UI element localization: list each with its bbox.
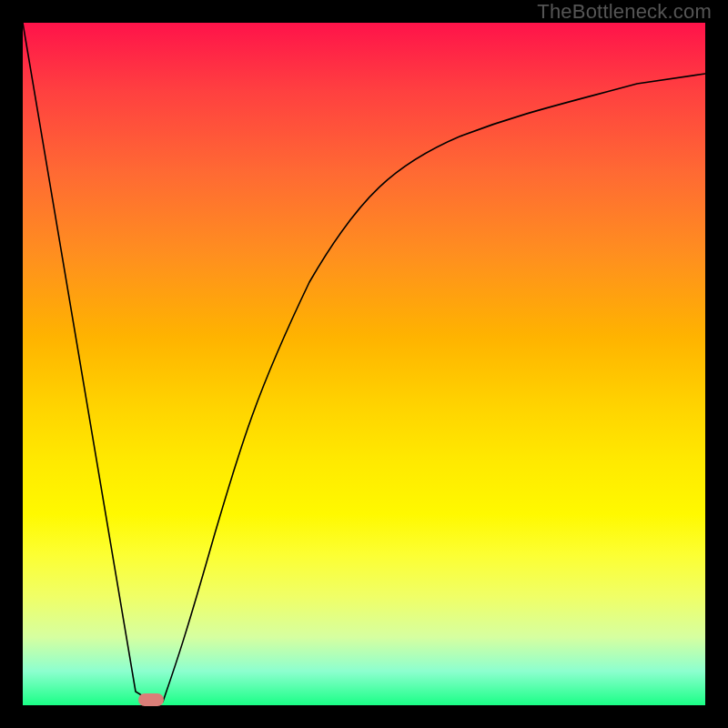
watermark-text: TheBottleneck.com bbox=[537, 0, 712, 24]
chart-frame: TheBottleneck.com bbox=[0, 0, 728, 728]
bottleneck-curve bbox=[23, 23, 705, 705]
bottleneck-curve-segment-right bbox=[163, 74, 705, 702]
bottleneck-curve-segment-left bbox=[23, 23, 152, 702]
bottleneck-marker bbox=[138, 693, 164, 706]
